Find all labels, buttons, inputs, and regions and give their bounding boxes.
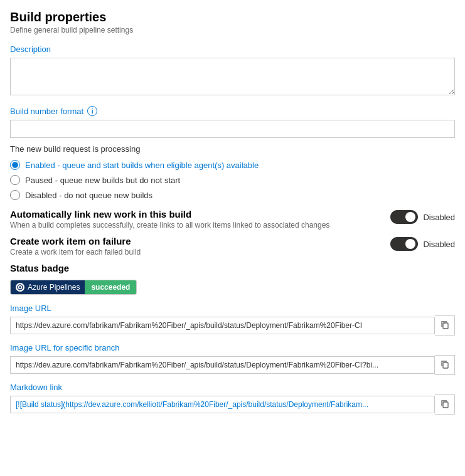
auto-link-toggle-switch[interactable] [390, 210, 418, 224]
radio-group: Enabled - queue and start builds when el… [10, 160, 455, 200]
markdown-link-input[interactable] [10, 396, 435, 413]
radio-item-enabled[interactable]: Enabled - queue and start builds when el… [10, 160, 455, 170]
badge-left-text: Azure Pipelines [28, 283, 80, 292]
image-url-input-row [10, 315, 455, 336]
radio-enabled[interactable] [10, 160, 20, 170]
image-url-branch-copy-btn[interactable] [435, 355, 455, 375]
radio-label-disabled: Disabled - do not queue new builds [25, 191, 152, 200]
image-url-section: Image URL [10, 304, 455, 336]
auto-link-subtitle: When a build completes successfully, cre… [10, 221, 390, 230]
radio-item-disabled[interactable]: Disabled - do not queue new builds [10, 190, 455, 200]
svg-rect-1 [443, 323, 448, 329]
svg-rect-3 [443, 402, 448, 408]
copy-icon-3 [441, 399, 449, 410]
work-item-toggle-right: Disabled [390, 237, 455, 251]
auto-link-left: Automatically link new work in this buil… [10, 209, 390, 230]
svg-rect-2 [443, 362, 448, 368]
build-number-label: Build number format [10, 107, 83, 116]
markdown-link-input-row [10, 394, 455, 415]
build-number-input[interactable] [10, 120, 455, 138]
copy-icon [441, 320, 449, 331]
image-url-branch-label: Image URL for specific branch [10, 343, 455, 352]
radio-label-enabled: Enabled - queue and start builds when el… [25, 161, 259, 170]
description-label: Description [10, 45, 455, 54]
image-url-label: Image URL [10, 304, 455, 313]
auto-link-title: Automatically link new work in this buil… [10, 209, 390, 219]
radio-item-paused[interactable]: Paused - queue new builds but do not sta… [10, 175, 455, 185]
badge-left: Azure Pipelines [11, 280, 85, 294]
markdown-link-label: Markdown link [10, 383, 455, 392]
work-item-toggle-switch[interactable] [390, 237, 418, 251]
status-badge-title: Status badge [10, 263, 455, 273]
status-badge-container: Azure Pipelines succeeded [10, 280, 137, 295]
page-title: Build properties [10, 10, 455, 24]
info-icon[interactable]: i [87, 106, 97, 116]
work-item-left: Create work item on failure Create a wor… [10, 236, 390, 257]
auto-link-toggle-row: Automatically link new work in this buil… [10, 209, 455, 230]
auto-link-state-label: Disabled [423, 213, 455, 222]
work-item-title: Create work item on failure [10, 236, 390, 246]
image-url-branch-input[interactable] [10, 356, 435, 374]
auto-link-toggle-right: Disabled [390, 210, 455, 224]
image-url-branch-section: Image URL for specific branch [10, 343, 455, 375]
page-subtitle: Define general build pipeline settings [10, 26, 455, 34]
image-url-branch-input-row [10, 355, 455, 375]
processing-text: The new build request is processing [10, 144, 455, 154]
image-url-copy-btn[interactable] [435, 315, 455, 336]
work-item-toggle-row: Create work item on failure Create a wor… [10, 236, 455, 257]
markdown-link-section: Markdown link [10, 383, 455, 415]
radio-paused[interactable] [10, 175, 20, 185]
copy-icon-2 [441, 360, 449, 371]
badge-right: succeeded [85, 280, 136, 294]
radio-disabled[interactable] [10, 190, 20, 200]
radio-label-paused: Paused - queue new builds but do not sta… [25, 176, 180, 185]
description-input[interactable] [10, 58, 455, 95]
work-item-subtitle: Create a work item for each failed build [10, 248, 390, 257]
markdown-link-copy-btn[interactable] [435, 394, 455, 415]
image-url-input[interactable] [10, 317, 435, 334]
work-item-state-label: Disabled [423, 240, 455, 249]
pipeline-icon [16, 283, 24, 292]
